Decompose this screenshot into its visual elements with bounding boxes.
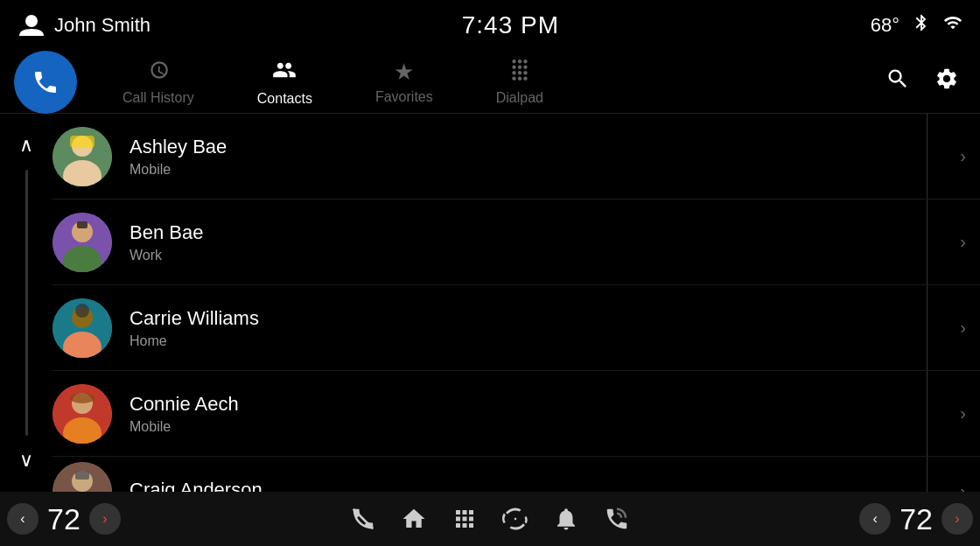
phone-waves-icon[interactable] bbox=[604, 506, 630, 532]
status-bar: John Smith 7:43 PM 68° bbox=[0, 0, 980, 51]
contact-divider bbox=[927, 457, 928, 492]
chevron-right-icon: › bbox=[960, 403, 966, 424]
chevron-right-icon: › bbox=[960, 318, 966, 338]
contact-name: Ashley Bae bbox=[130, 136, 942, 158]
notification-icon[interactable] bbox=[553, 506, 579, 532]
svg-point-16 bbox=[70, 393, 94, 403]
tab-call-history-label: Call History bbox=[122, 90, 194, 106]
tab-contacts[interactable]: Contacts bbox=[226, 58, 344, 107]
contact-name: Carrie Williams bbox=[130, 307, 942, 330]
temperature-display: 68° bbox=[871, 14, 900, 37]
contacts-list: Ashley Bae Mobile › Ben Bae Work › bbox=[52, 114, 980, 492]
scroll-track bbox=[25, 170, 28, 436]
list-item[interactable]: Ben Bae Work › bbox=[52, 200, 980, 285]
contact-divider bbox=[927, 200, 928, 284]
settings-button[interactable] bbox=[934, 66, 959, 97]
avatar bbox=[52, 462, 112, 493]
bluetooth-icon bbox=[912, 13, 931, 38]
avatar bbox=[52, 384, 112, 444]
tab-dialpad-label: Dialpad bbox=[496, 90, 543, 106]
left-temp-increase-button[interactable]: › bbox=[89, 503, 121, 535]
svg-rect-20 bbox=[75, 471, 89, 480]
chevron-right-icon: › bbox=[960, 481, 966, 492]
left-temp-decrease-button[interactable]: ‹ bbox=[7, 503, 38, 535]
contact-divider bbox=[927, 371, 928, 456]
star-icon: ★ bbox=[394, 59, 414, 86]
list-item[interactable]: Connie Aech Mobile › bbox=[52, 371, 980, 457]
right-temp-decrease-button[interactable]: ‹ bbox=[859, 503, 891, 535]
list-item[interactable]: Ashley Bae Mobile › bbox=[52, 114, 980, 200]
contact-name: Ben Bae bbox=[130, 221, 942, 244]
scroll-up-button[interactable]: ∧ bbox=[9, 128, 44, 163]
tab-favorites-label: Favorites bbox=[375, 89, 433, 105]
svg-point-0 bbox=[25, 15, 38, 27]
apps-icon[interactable] bbox=[452, 506, 478, 532]
status-time: 7:43 PM bbox=[462, 11, 559, 39]
tab-call-history[interactable]: Call History bbox=[91, 58, 226, 107]
list-item[interactable]: Craig Anderson › bbox=[52, 457, 980, 492]
contact-type: Mobile bbox=[130, 162, 942, 178]
home-icon[interactable] bbox=[401, 506, 427, 532]
contact-type: Home bbox=[130, 333, 942, 349]
chevron-right-icon: › bbox=[960, 232, 966, 252]
left-temp-control: ‹ 72 › bbox=[7, 502, 121, 536]
avatar bbox=[52, 127, 112, 186]
chevron-right-icon: › bbox=[960, 146, 966, 166]
dialpad-icon bbox=[508, 59, 531, 87]
right-temp-increase-button[interactable]: › bbox=[942, 503, 973, 535]
list-item[interactable]: Carrie Williams Home › bbox=[52, 285, 980, 371]
tab-dialpad[interactable]: Dialpad bbox=[465, 58, 575, 107]
clock-icon bbox=[147, 59, 170, 87]
svg-rect-4 bbox=[70, 136, 94, 148]
contact-info: Connie Aech Mobile bbox=[130, 393, 942, 435]
contacts-icon bbox=[272, 58, 297, 88]
contact-name: Connie Aech bbox=[130, 393, 942, 416]
svg-rect-8 bbox=[77, 221, 88, 228]
status-right: 68° bbox=[871, 13, 962, 38]
user-icon bbox=[18, 11, 46, 39]
contact-type: Work bbox=[130, 248, 942, 263]
right-temp-control: ‹ 72 › bbox=[859, 502, 973, 536]
bottom-bar: ‹ 72 › bbox=[0, 492, 980, 546]
status-left: John Smith bbox=[18, 11, 150, 39]
contact-divider bbox=[927, 285, 928, 370]
contact-divider bbox=[927, 114, 928, 199]
tab-contacts-label: Contacts bbox=[257, 91, 312, 107]
fan-icon[interactable] bbox=[502, 506, 528, 532]
contact-type: Mobile bbox=[130, 419, 942, 435]
phone-button[interactable] bbox=[14, 51, 77, 114]
right-temp-value: 72 bbox=[891, 502, 942, 536]
contact-info: Ben Bae Work bbox=[130, 221, 942, 263]
mute-call-icon[interactable] bbox=[350, 506, 376, 532]
avatar bbox=[52, 213, 112, 272]
svg-point-12 bbox=[75, 304, 89, 318]
bottom-icons bbox=[350, 506, 630, 532]
contact-list-area: ∧ ∨ Ashley Bae Mobile › bbox=[0, 114, 980, 492]
contact-info: Carrie Williams Home bbox=[130, 307, 942, 349]
nav-actions bbox=[886, 66, 959, 97]
avatar bbox=[52, 298, 112, 358]
contact-info: Ashley Bae Mobile bbox=[130, 136, 942, 178]
search-button[interactable] bbox=[886, 66, 910, 97]
tab-favorites[interactable]: ★ Favorites bbox=[344, 58, 465, 107]
nav-bar: Call History Contacts ★ Favorites Dialpa… bbox=[0, 51, 980, 114]
user-name: John Smith bbox=[54, 14, 150, 37]
contact-info: Craig Anderson bbox=[130, 479, 942, 493]
scroll-down-button[interactable]: ∨ bbox=[9, 443, 44, 478]
signal-icon bbox=[943, 13, 962, 38]
nav-tabs: Call History Contacts ★ Favorites Dialpa… bbox=[91, 58, 886, 107]
contact-name: Craig Anderson bbox=[130, 479, 942, 493]
left-temp-value: 72 bbox=[38, 502, 89, 536]
scroll-controls: ∧ ∨ bbox=[0, 114, 52, 492]
